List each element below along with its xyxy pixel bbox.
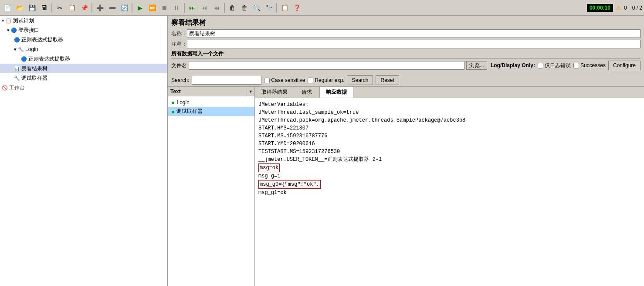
clear-button[interactable]: 🔄 (119, 2, 130, 14)
tree-label-login-interface: 登录接口 (18, 26, 39, 34)
cut-button[interactable]: ✂ (54, 2, 65, 14)
content-line: msg_g1=ok (258, 189, 641, 197)
help-button[interactable]: ❓ (291, 2, 302, 14)
browse-button[interactable]: 🔭 (263, 2, 275, 14)
right-panel: 察看结果树 名称： 注释： 所有数据写入一个文件 文件名 浏览... Log/D… (168, 16, 644, 286)
status-icon-debug: ● (171, 108, 175, 115)
warning-count: 0 (624, 5, 627, 11)
text-panel: Text ▼ ● Login ● 调试取样器 (168, 87, 255, 286)
main-area: ▾ 📋 测试计划 ▾ 🔵 登录接口 🔵 正则表达式提取器 ▾ 🔧 Login 🔵… (0, 16, 644, 286)
configure-button[interactable]: Configure (608, 61, 641, 70)
stop-now-button[interactable]: ⏸ (171, 2, 182, 14)
separator-5 (224, 3, 225, 13)
tab-response-data[interactable]: 响应数据 (319, 87, 353, 98)
tree-label-result-tree: 察看结果树 (21, 65, 47, 72)
content-line: msg_g=1 (258, 172, 641, 180)
tree-item-result-tree[interactable]: 📊 察看结果树 (0, 64, 167, 73)
toolbar: 📄 📂 💾 🖫 ✂ 📋 📌 ➕ ➖ 🔄 ▶ ⏩ ⏹ ⏸ ⏭ ⏮ ⏮ 🗑 🗑 🔍 … (0, 0, 644, 16)
run-button[interactable]: ▶ (134, 2, 146, 14)
search-execute-button[interactable]: Search (347, 75, 373, 85)
open-button[interactable]: 📂 (14, 2, 25, 14)
search-button[interactable]: 🔍 (251, 2, 262, 14)
text-list-label-debug: 调试取样器 (176, 108, 203, 115)
sampler-icon: 🔧 (14, 74, 20, 82)
reset-button[interactable]: Reset (376, 75, 399, 85)
successes-checkbox[interactable] (573, 63, 579, 68)
stop-button[interactable]: ⏹ (159, 2, 170, 14)
text-panel-header: Text ▼ (168, 87, 254, 96)
text-list-item-debug[interactable]: ● 调试取样器 (168, 107, 254, 116)
tab-sampler-result[interactable]: 取样器结果 (255, 87, 294, 98)
tree-item-workbench[interactable]: 🚫 工作台 (0, 83, 167, 92)
text-list-item-login[interactable]: ● Login (168, 98, 254, 107)
timer-display: 00:00:10 (587, 4, 613, 12)
separator-2 (92, 3, 92, 13)
tree-item-login-interface[interactable]: ▾ 🔵 登录接口 (0, 25, 167, 35)
comment-input[interactable] (187, 40, 641, 48)
search-input[interactable] (192, 76, 261, 85)
tree-label-debug-sampler: 调试取样器 (21, 74, 47, 82)
content-line: msg_g0={"msg":"ok", (258, 180, 641, 189)
case-sensitive-label[interactable]: Case sensitive (264, 77, 305, 83)
tree-item-login[interactable]: ▾ 🔧 Login (0, 44, 167, 54)
comment-row: 注释： (171, 40, 641, 48)
controller-icon: ▾ 🔧 (14, 45, 24, 53)
name-input[interactable] (187, 29, 641, 38)
highlighted-line: msg_g0={"msg":"ok", (258, 180, 321, 189)
regex-icon: 🔵 (14, 36, 20, 44)
tree-item-debug-sampler[interactable]: 🔧 调试取样器 (0, 73, 167, 83)
log-section: Log/Display Only: 仅日志错误 Successes Config… (491, 61, 641, 70)
text-panel-dropdown[interactable]: ▼ (247, 87, 254, 96)
remote-stop-all-button[interactable]: ⏮ (211, 2, 222, 14)
separator-6 (276, 3, 277, 13)
new-button[interactable]: 📄 (2, 2, 13, 14)
case-sensitive-checkbox[interactable] (264, 78, 270, 83)
tab-request[interactable]: 请求 (295, 87, 319, 98)
tree-label-plan: 测试计划 (13, 17, 34, 24)
save-button[interactable]: 💾 (26, 2, 37, 14)
name-label: 名称： (171, 30, 187, 37)
tree-item-plan[interactable]: ▾ 📋 测试计划 (0, 16, 167, 25)
regular-exp-label[interactable]: Regular exp. (308, 77, 344, 83)
file-input[interactable] (189, 61, 464, 70)
remove-button[interactable]: ➖ (106, 2, 118, 14)
tree-item-regex[interactable]: 🔵 正则表达式提取器 (0, 35, 167, 44)
highlighted-line: msg=ok (258, 163, 280, 172)
log-viewer-button[interactable]: 📋 (279, 2, 290, 14)
copy-button[interactable]: 📋 (66, 2, 78, 14)
save-as-button[interactable]: 🖫 (38, 2, 50, 14)
tree-item-regex2[interactable]: 🔵 正则表达式提取器 (0, 54, 167, 64)
browse-button-file[interactable]: 浏览... (466, 61, 487, 70)
content-line: JMeterVariables: (258, 101, 641, 109)
error-only-label[interactable]: 仅日志错误 (538, 62, 571, 69)
paste-button[interactable]: 📌 (78, 2, 90, 14)
log-label: Log/Display Only: (491, 62, 535, 68)
tab-content-area: JMeterVariables:JMeterThread.last_sample… (255, 98, 644, 286)
remote-stop-button[interactable]: ⏮ (199, 2, 210, 14)
left-tree-panel: ▾ 📋 测试计划 ▾ 🔵 登录接口 🔵 正则表达式提取器 ▾ 🔧 Login 🔵… (0, 16, 168, 286)
content-line: START.HMS=221307 (258, 124, 641, 132)
content-line: msg=ok (258, 163, 641, 172)
run-no-pause-button[interactable]: ⏩ (146, 2, 158, 14)
file-row: 文件名 浏览... Log/Display Only: 仅日志错误 Succes… (171, 61, 641, 70)
separator-4 (184, 3, 185, 13)
add-button[interactable]: ➕ (94, 2, 105, 14)
successes-label[interactable]: Successes (573, 62, 606, 68)
tree-label-login: Login (25, 45, 38, 53)
text-list: ● Login ● 调试取样器 (168, 96, 254, 286)
error-only-checkbox[interactable] (538, 63, 543, 68)
content-line: JMeterThread.pack=org.apache.jmeter.thre… (258, 116, 641, 124)
section-title: 所有数据写入一个文件 (171, 50, 641, 59)
content-line: START.MS=1592316787776 (258, 132, 641, 140)
regular-exp-checkbox[interactable] (308, 78, 313, 83)
text-list-label-login: Login (176, 99, 189, 106)
workbench-icon: 🚫 (2, 84, 8, 92)
warning-icon: ⚠ (616, 4, 621, 11)
name-row: 名称： (171, 29, 641, 38)
plan-icon: ▾ 📋 (2, 17, 12, 24)
clear-results-button[interactable]: 🗑 (227, 2, 238, 14)
tree-label-regex: 正则表达式提取器 (21, 36, 63, 44)
clear-all-button[interactable]: 🗑 (239, 2, 250, 14)
remote-run-button[interactable]: ⏭ (186, 2, 198, 14)
tabs-panel: 取样器结果 请求 响应数据 JMeterVariables:JMeterThre… (255, 87, 644, 286)
